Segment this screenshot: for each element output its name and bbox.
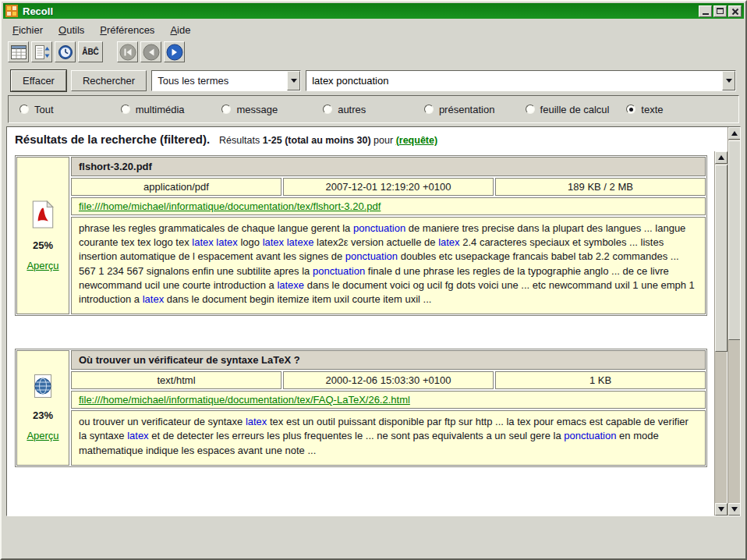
window-title: Recoll: [23, 5, 694, 17]
highlighted-term: latex: [438, 236, 459, 248]
radio-icon[interactable]: [323, 105, 332, 114]
reslist-scrollbar: [714, 151, 727, 516]
filter-label: autres: [338, 104, 366, 115]
result-snippet: ou trouver un verificateur de syntaxe la…: [71, 410, 706, 466]
highlighted-term: ponctuation: [313, 265, 365, 277]
result-side-panel: 23%Aperçu: [16, 350, 69, 466]
result-url-row: file:///home/michael/informatique/docume…: [71, 391, 706, 409]
filter-option-texte[interactable]: texte: [626, 104, 728, 115]
result-size: 1 KB: [495, 371, 706, 389]
html-globe-icon: [31, 374, 55, 401]
filter-label: texte: [641, 104, 663, 115]
search-mode-value: Tous les termes: [152, 75, 287, 87]
result-entry: 25%Aperçuflshort-3.20.pdfapplication/pdf…: [15, 155, 707, 316]
relevance-percent: 23%: [33, 409, 53, 421]
result-url-link[interactable]: file:///home/michael/informatique/docume…: [79, 200, 381, 212]
result-url-link[interactable]: file:///home/michael/informatique/docume…: [79, 394, 410, 406]
scroll-up-button[interactable]: [715, 151, 728, 164]
preview-link[interactable]: Aperçu: [27, 430, 58, 441]
result-mime: application/pdf: [71, 178, 281, 196]
close-button[interactable]: [728, 5, 742, 17]
filter-option-autres[interactable]: autres: [323, 104, 424, 115]
radio-icon[interactable]: [221, 105, 231, 114]
result-date: 2000-12-06 15:03:30 +0100: [283, 371, 494, 389]
highlighted-term: latex: [127, 430, 148, 441]
arrow-up-icon: [731, 131, 738, 136]
scroll-thumb[interactable]: [728, 140, 741, 340]
search-mode-select[interactable]: Tous les termes: [151, 70, 301, 91]
spellcheck-icon[interactable]: ÂBĈ: [78, 41, 103, 62]
menu-item-aide[interactable]: Aide: [164, 23, 196, 37]
query-details-link[interactable]: (requête): [396, 135, 437, 146]
relevance-percent: 25%: [33, 239, 53, 251]
history-clock-icon[interactable]: [55, 41, 76, 62]
result-url-row: file:///home/michael/informatique/docume…: [71, 197, 706, 215]
result-side-panel: 25%Aperçu: [16, 157, 69, 314]
result-title: flshort-3.20.pdf: [71, 157, 706, 176]
filter-label: présentation: [439, 104, 495, 115]
radio-icon[interactable]: [121, 105, 130, 114]
scroll-down-button[interactable]: [728, 503, 741, 516]
radio-icon[interactable]: [626, 105, 635, 114]
recoll-logo-icon: [5, 5, 18, 17]
highlighted-term: latex: [246, 416, 267, 427]
menu-item-outils[interactable]: Outils: [52, 23, 90, 37]
titlebar: Recoll: [3, 3, 744, 19]
arrow-down-icon: [731, 507, 738, 512]
search-bar: Effacer Rechercher Tous les termes: [11, 70, 736, 91]
menu-item-fichier[interactable]: Fichier: [6, 23, 49, 37]
radio-icon[interactable]: [19, 105, 29, 114]
highlighted-term: latex latexe: [263, 236, 314, 248]
previous-page-icon[interactable]: [140, 41, 161, 62]
results-scrollbar: [728, 127, 740, 516]
highlighted-term: ponctuation: [564, 430, 616, 441]
clear-button[interactable]: Effacer: [11, 70, 66, 91]
results-connector: pour: [374, 135, 393, 146]
filter-label: message: [236, 104, 278, 115]
search-button[interactable]: Rechercher: [71, 70, 147, 91]
toolbar: ÂBĈ: [2, 39, 745, 65]
table-view-icon[interactable]: [8, 41, 29, 62]
query-input[interactable]: [306, 75, 722, 87]
maximize-button[interactable]: [713, 5, 727, 17]
filter-option-multimédia[interactable]: multimédia: [121, 104, 222, 115]
result-date: 2007-12-01 12:19:20 +0100: [283, 178, 494, 196]
chevron-down-icon[interactable]: [287, 71, 300, 90]
maximize-icon: [717, 8, 724, 14]
recoll-window: Recoll FichierOutilsPréférencesAide: [0, 0, 747, 560]
query-combo[interactable]: [306, 70, 736, 91]
spellcheck-label: ÂBĈ: [82, 48, 99, 56]
preview-link[interactable]: Aperçu: [27, 260, 58, 271]
filter-option-message[interactable]: message: [221, 104, 323, 115]
chevron-down-icon[interactable]: [722, 71, 735, 90]
results-title: Résultats de la recherche (filtered).: [15, 133, 210, 146]
next-page-icon[interactable]: [164, 41, 185, 62]
filter-label: multimédia: [136, 104, 185, 115]
filter-option-tout[interactable]: Tout: [19, 104, 121, 115]
pdf-icon: [30, 200, 55, 231]
scroll-up-button[interactable]: [728, 127, 741, 140]
results-pane: Résultats de la recherche (filtered).Rés…: [6, 126, 741, 516]
window-controls: [699, 5, 742, 17]
radio-icon[interactable]: [424, 105, 434, 114]
highlighted-term: ponctuation: [353, 222, 405, 234]
radio-icon[interactable]: [526, 105, 535, 114]
result-size: 189 KB / 2 MB: [495, 178, 706, 196]
scroll-thumb[interactable]: [715, 165, 728, 352]
first-page-icon[interactable]: [117, 41, 138, 62]
results-header: Résultats de la recherche (filtered).Rés…: [7, 127, 727, 148]
result-list: 25%Aperçuflshort-3.20.pdfapplication/pdf…: [15, 155, 707, 467]
result-mime: text/html: [71, 371, 281, 389]
highlighted-term: latexe: [277, 279, 304, 291]
scroll-down-button[interactable]: [715, 503, 728, 516]
result-snippet: phrase les regles grammaticales de chaqu…: [71, 217, 706, 314]
arrow-down-icon: [718, 507, 724, 512]
menubar: FichierOutilsPréférencesAide: [2, 20, 745, 39]
filter-option-feuille-de-calcul[interactable]: feuille de calcul: [526, 104, 627, 115]
document-type-filters: Toutmultimédiamessageautresprésentationf…: [8, 95, 739, 123]
filter-option-présentation[interactable]: présentation: [424, 104, 526, 115]
minimize-button[interactable]: [699, 5, 712, 17]
sort-by-date-icon[interactable]: [31, 41, 52, 62]
menu-item-préférences[interactable]: Préférences: [94, 23, 161, 37]
results-count-prefix: Résultats: [219, 135, 260, 146]
